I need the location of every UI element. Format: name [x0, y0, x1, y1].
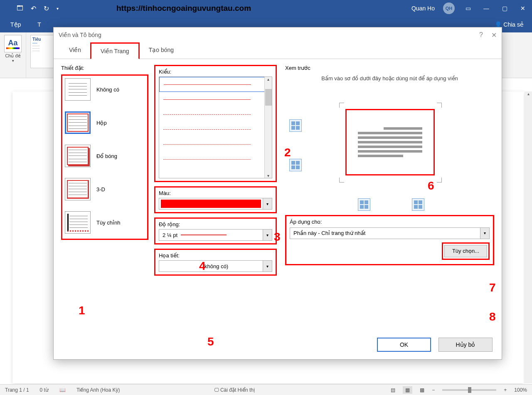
zoom-level[interactable]: 100% [514, 387, 527, 393]
color-group: Màu: ▾ [154, 186, 277, 213]
zoom-out-icon[interactable]: − [432, 387, 435, 393]
dialog-titlebar: Viền và Tô bóng ? ✕ [54, 27, 502, 42]
settings-column: Thiết đặt: Không có Hộp Đổ bóng 3-D [61, 65, 148, 313]
annotation-8: 8 [489, 310, 496, 323]
zoom-in-icon[interactable]: + [504, 387, 507, 393]
watermark-url: https://tinhocngoainguvungtau.com [116, 4, 251, 13]
edge-bottom-button[interactable] [289, 159, 302, 171]
word-count[interactable]: 0 từ [40, 387, 49, 393]
width-value: 2 ¼ pt [159, 232, 177, 238]
settings-highlight-box: Không có Hộp Đổ bóng 3-D Tùy chỉnh [61, 74, 148, 240]
read-mode-icon[interactable]: ▤ [391, 387, 395, 393]
language-indicator[interactable]: Tiếng Anh (Hoa Kỳ) [76, 387, 120, 393]
setting-shadow[interactable]: Đổ bóng [65, 145, 145, 167]
status-bar: Trang 1 / 1 0 từ 📖 Tiếng Anh (Hoa Kỳ) 🖵 … [0, 384, 532, 395]
annotation-2: 2 [284, 146, 291, 159]
maximize-icon[interactable]: ▢ [500, 5, 510, 12]
preview-hint: Bấm vào sơ đồ dưới đây hoặc dùng nút để … [302, 74, 478, 83]
tab-borders[interactable]: Viền [60, 42, 90, 59]
apply-to-group: Áp dụng cho: Phần này - Chỉ trang thứ nh… [285, 215, 494, 265]
style-scrollbar[interactable]: ▴▾ [264, 77, 272, 178]
print-layout-icon[interactable]: ▦ [403, 386, 412, 394]
window-titlebar: 🗔 ↶ ↻ ▾ https://tinhocngoainguvungtau.co… [0, 0, 532, 17]
dialog-tabs: Viền Viền Trang Tạo bóng [54, 42, 502, 59]
save-icon[interactable]: 🗔 [17, 5, 23, 12]
monitor-icon: 🖵 [214, 387, 219, 393]
chevron-down-icon: ▾ [480, 228, 489, 239]
annotation-1: 1 [79, 304, 85, 317]
borders-shading-dialog: Viền và Tô bóng ? ✕ Viền Viền Trang Tạo … [53, 27, 502, 360]
undo-icon[interactable]: ↶ [31, 5, 36, 12]
style-listbox[interactable]: ▴▾ [159, 77, 272, 178]
width-dropdown[interactable]: 2 ¼ pt ▾ [159, 229, 272, 241]
apply-to-value: Phần này - Chỉ trang thứ nhất [290, 230, 365, 236]
style-column: Kiểu: ▴▾ Màu: ▾ Độ rộng [154, 65, 277, 313]
qat-more-icon[interactable]: ▾ [57, 6, 59, 11]
display-settings[interactable]: 🖵 Cài đặt Hiển thị [214, 387, 255, 393]
setting-custom[interactable]: Tùy chỉnh [65, 211, 145, 234]
art-value: (không có) [159, 263, 272, 269]
preview-label: Xem trước [285, 65, 494, 71]
chevron-down-icon: ▾ [263, 261, 272, 272]
apply-to-dropdown[interactable]: Phần này - Chỉ trang thứ nhất ▾ [290, 227, 490, 239]
themes-group: Aa Chủ đề ▾ [0, 32, 26, 78]
tab-file[interactable]: Tệp [10, 21, 21, 28]
close-icon[interactable]: ✕ [518, 5, 528, 12]
options-highlight-box: Tùy chọn... [442, 242, 490, 260]
edge-right-button[interactable] [412, 198, 424, 211]
edge-left-button[interactable] [358, 198, 370, 211]
themes-icon[interactable]: Aa [4, 35, 22, 52]
dialog-title-text: Viền và Tô bóng [59, 32, 101, 38]
proofing-icon[interactable]: 📖 [59, 387, 66, 393]
user-name[interactable]: Quan Ho [411, 5, 435, 12]
chevron-down-icon: ▾ [263, 230, 272, 240]
minimize-icon[interactable]: — [481, 5, 491, 12]
annotation-5: 5 [207, 335, 214, 348]
user-avatar[interactable]: QH [443, 2, 455, 14]
tab-hidden-t: T [37, 21, 41, 28]
tab-page-border[interactable]: Viền Trang [90, 42, 140, 59]
dialog-close-icon[interactable]: ✕ [491, 31, 497, 39]
annotation-3: 3 [274, 230, 281, 244]
cancel-button[interactable]: Hủy bỏ [438, 338, 493, 352]
color-dropdown[interactable]: ▾ [159, 198, 272, 210]
preview-area [285, 90, 494, 202]
annotation-6: 6 [428, 179, 434, 193]
dialog-footer: OK Hủy bỏ [377, 338, 493, 352]
width-label: Độ rộng: [159, 221, 272, 227]
redo-icon[interactable]: ↻ [44, 5, 49, 12]
color-label: Màu: [159, 190, 272, 196]
apply-to-label: Áp dụng cho: [290, 219, 490, 225]
preview-column: Xem trước Bấm vào sơ đồ dưới đây hoặc dù… [285, 65, 494, 313]
page-indicator[interactable]: Trang 1 / 1 [5, 387, 29, 393]
ok-button[interactable]: OK [377, 338, 431, 352]
options-button[interactable]: Tùy chọn... [444, 245, 487, 257]
tab-shading[interactable]: Tạo bóng [140, 42, 183, 59]
preview-page[interactable] [345, 109, 435, 175]
edge-top-button[interactable] [289, 119, 302, 132]
themes-label: Chủ đề [5, 53, 20, 59]
annotation-4: 4 [199, 259, 206, 273]
web-layout-icon[interactable]: ▩ [420, 387, 424, 393]
ribbon-display-icon[interactable]: ▭ [463, 5, 473, 12]
settings-label: Thiết đặt: [61, 65, 148, 71]
art-group: Họa tiết: (không có) ▾ [154, 249, 277, 276]
setting-box[interactable]: Hộp [65, 111, 145, 134]
art-label: Họa tiết: [159, 252, 272, 259]
zoom-slider[interactable] [442, 389, 496, 391]
chevron-down-icon: ▾ [263, 198, 272, 209]
style-group: Kiểu: ▴▾ [154, 65, 277, 182]
color-swatch [161, 200, 261, 208]
art-dropdown[interactable]: (không có) ▾ [159, 260, 272, 272]
setting-3d[interactable]: 3-D [65, 178, 145, 200]
style-label: Kiểu: [159, 69, 272, 75]
annotation-7: 7 [489, 281, 496, 294]
help-icon[interactable]: ? [479, 31, 483, 39]
vertical-scrollbar[interactable]: ▴ [525, 91, 532, 383]
width-group: Độ rộng: 2 ¼ pt ▾ [154, 217, 277, 244]
setting-none[interactable]: Không có [65, 78, 145, 101]
